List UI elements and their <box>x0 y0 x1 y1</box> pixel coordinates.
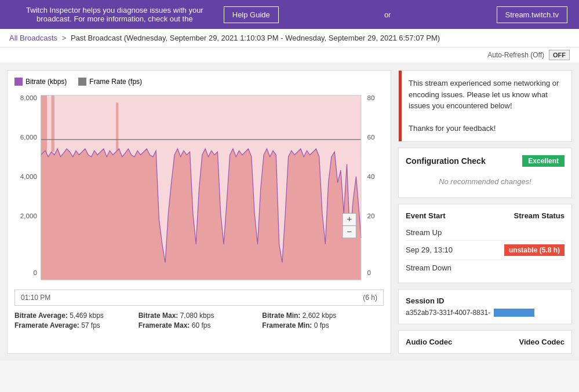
codec-card: Audio Codec Video Codec <box>398 330 572 354</box>
framerate-min: Framerate Min: 0 fps <box>262 321 384 329</box>
stats-row: Bitrate Average: 5,469 kbps Framerate Av… <box>14 312 384 329</box>
breadcrumb-separator: > <box>62 34 67 42</box>
session-id-text: a352ab73-331f-4007-8831- <box>406 309 490 317</box>
legend-bitrate: Bitrate (kbps) <box>14 78 67 86</box>
config-header: Configuration Check Excellent <box>406 155 565 167</box>
svg-text:60: 60 <box>367 133 375 141</box>
svg-rect-16 <box>41 96 47 157</box>
event-row-stream-up: Stream Up <box>406 225 565 241</box>
stream-link-button[interactable]: Stream.twitch.tv <box>497 6 567 23</box>
svg-rect-18 <box>116 102 118 151</box>
config-message: No recommended changes! <box>439 177 531 186</box>
chart-legend: Bitrate (kbps) Frame Rate (fps) <box>14 78 384 86</box>
time-duration: (6 h) <box>363 294 377 302</box>
event-label-stream-up: Stream Up <box>406 228 442 237</box>
svg-text:8,000: 8,000 <box>20 94 38 101</box>
legend-framerate: Frame Rate (fps) <box>78 78 142 86</box>
time-axis: 01:10 PM (6 h) <box>14 290 384 306</box>
svg-text:−: − <box>347 227 352 236</box>
legend-framerate-label: Frame Rate (fps) <box>89 78 142 86</box>
framerate-avg: Framerate Average: 57 fps <box>14 321 136 329</box>
help-guide-button[interactable]: Help Guide <box>224 6 279 23</box>
chart-svg: 8,000 6,000 4,000 2,000 0 80 60 40 20 0 <box>14 90 384 287</box>
config-title: Configuration Check <box>406 156 486 166</box>
right-panel: This stream experienced some networking … <box>398 70 572 354</box>
feedback-message1: This stream experienced some networking … <box>409 78 565 112</box>
feedback-body: This stream experienced some networking … <box>402 71 571 141</box>
event-status-sep29: unstable (5.8 h) <box>504 244 565 256</box>
bitrate-max: Bitrate Max: 7,080 kbps <box>139 312 260 320</box>
svg-rect-17 <box>52 96 54 152</box>
all-broadcasts-link[interactable]: All Broadcasts <box>9 34 57 42</box>
config-body: No recommended changes! <box>406 173 565 190</box>
session-id-redacted <box>494 309 534 317</box>
legend-bitrate-label: Bitrate (kbps) <box>26 78 67 86</box>
stat-group-bitrate-min: Bitrate Min: 2,602 kbps Framerate Min: 0… <box>262 312 384 329</box>
events-card: Event Start Stream Status Stream Up Sep … <box>398 204 572 283</box>
breadcrumb-current: Past Broadcast (Wednesday, September 29,… <box>71 34 440 42</box>
events-col1: Event Start <box>406 211 446 220</box>
svg-text:40: 40 <box>367 173 375 180</box>
banner-text: Twitch Inspector helps you diagnose issu… <box>12 6 218 23</box>
svg-text:20: 20 <box>367 212 375 219</box>
stat-group-bitrate-max: Bitrate Max: 7,080 kbps Framerate Max: 6… <box>139 312 260 329</box>
refresh-bar: Auto-Refresh (Off) OFF <box>0 47 579 63</box>
codec-header: Audio Codec Video Codec <box>406 338 565 346</box>
main-content: Bitrate (kbps) Frame Rate (fps) 8,000 6,… <box>0 63 579 361</box>
event-label-stream-down: Stream Down <box>406 263 451 272</box>
audio-codec-label: Audio Codec <box>406 338 452 346</box>
refresh-label: Auto-Refresh (Off) <box>487 51 544 59</box>
breadcrumb: All Broadcasts > Past Broadcast (Wednesd… <box>0 29 579 47</box>
events-col2: Stream Status <box>514 211 565 220</box>
video-codec-label: Video Codec <box>519 338 565 346</box>
svg-text:0: 0 <box>34 269 38 276</box>
events-header: Event Start Stream Status <box>406 211 565 220</box>
event-row-stream-down: Stream Down <box>406 260 565 276</box>
refresh-toggle[interactable]: OFF <box>549 50 570 60</box>
session-id-row: a352ab73-331f-4007-8831- <box>406 309 565 317</box>
framerate-max: Framerate Max: 60 fps <box>139 321 260 329</box>
svg-text:+: + <box>347 214 352 224</box>
stat-group-bitrate-avg: Bitrate Average: 5,469 kbps Framerate Av… <box>14 312 136 329</box>
top-banner: Twitch Inspector helps you diagnose issu… <box>0 0 579 29</box>
feedback-card: This stream experienced some networking … <box>398 70 572 142</box>
legend-bitrate-box <box>14 78 23 86</box>
banner-or: or <box>285 10 491 19</box>
chart-container: 8,000 6,000 4,000 2,000 0 80 60 40 20 0 <box>14 90 384 287</box>
bitrate-avg: Bitrate Average: 5,469 kbps <box>14 312 136 320</box>
session-card: Session ID a352ab73-331f-4007-8831- <box>398 289 572 324</box>
session-title: Session ID <box>406 296 565 305</box>
feedback-message2: Thanks for your feedback! <box>409 123 565 134</box>
legend-framerate-box <box>78 78 86 86</box>
chart-panel: Bitrate (kbps) Frame Rate (fps) 8,000 6,… <box>7 70 391 354</box>
svg-text:6,000: 6,000 <box>20 133 38 141</box>
svg-text:0: 0 <box>367 269 372 276</box>
bitrate-min: Bitrate Min: 2,602 kbps <box>262 312 384 320</box>
config-card: Configuration Check Excellent No recomme… <box>398 148 572 198</box>
svg-text:2,000: 2,000 <box>20 212 38 219</box>
time-start: 01:10 PM <box>21 294 50 302</box>
config-badge: Excellent <box>522 155 565 167</box>
svg-text:4,000: 4,000 <box>20 173 38 180</box>
event-label-sep29: Sep 29, 13:10 <box>406 246 453 254</box>
svg-text:80: 80 <box>367 94 375 101</box>
event-row-sep29: Sep 29, 13:10 unstable (5.8 h) <box>406 241 565 260</box>
